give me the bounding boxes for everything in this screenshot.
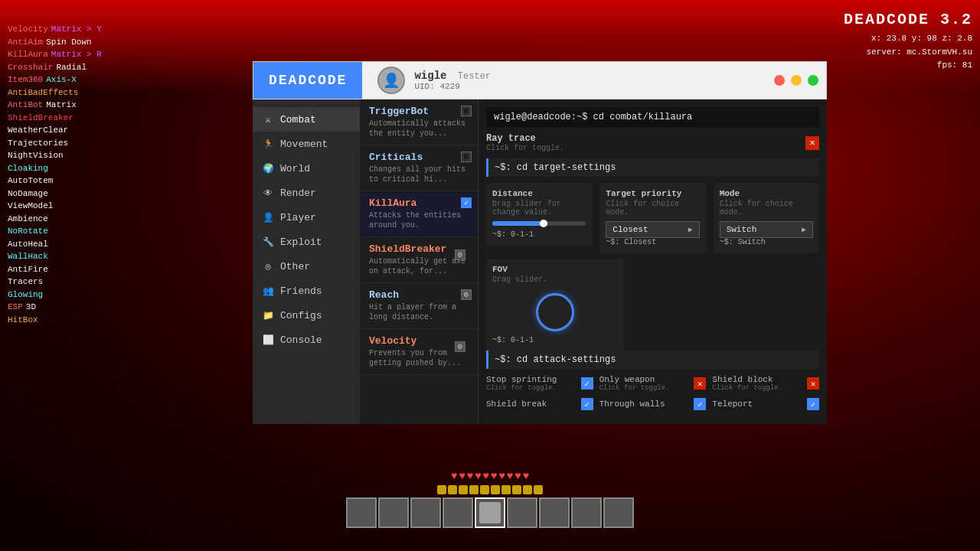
only-weapon-label: Only weapon bbox=[599, 375, 690, 384]
fov-value: ~$: 0-1-1 bbox=[492, 336, 618, 344]
target-settings-row: Distance Drag slider for change value. ~… bbox=[486, 183, 819, 253]
minimize-button[interactable] bbox=[791, 75, 802, 86]
through-walls-item: Through walls ✓ bbox=[599, 398, 707, 410]
nav-label-render: Render bbox=[280, 187, 316, 199]
nav-item-console[interactable]: ⬜ Console bbox=[253, 328, 360, 352]
shieldbreaker-gear[interactable]: ⚙ bbox=[455, 249, 466, 260]
killaura-toggle[interactable]: ✓ bbox=[461, 197, 472, 208]
world-icon: 🌍 bbox=[262, 162, 274, 174]
nav-item-other[interactable]: ◎ Other bbox=[253, 254, 360, 279]
top-right-info: DEADCODE 3.2 x: 23.8 y: 98 z: 2.8 server… bbox=[844, 8, 972, 73]
triggerbot-toggle[interactable]: ⚙ bbox=[461, 106, 472, 116]
nav-label-console: Console bbox=[280, 334, 322, 346]
left-nav: ⚔ Combat 🏃 Movement 🌍 World 👁 Render 👤 P… bbox=[253, 99, 360, 424]
mode-setting: Mode Click for choice mode. Switch ▶ ~$:… bbox=[714, 183, 819, 253]
module-reach[interactable]: Reach Hit a player from a long distance.… bbox=[360, 283, 478, 329]
window-controls bbox=[766, 75, 826, 86]
distance-setting: Distance Drag slider for change value. ~… bbox=[486, 183, 592, 245]
mode-label: Mode bbox=[720, 189, 813, 198]
coords-display: x: 23.8 y: 98 z: 2.8 bbox=[844, 32, 972, 46]
criticals-toggle[interactable]: ⚙ bbox=[461, 152, 472, 162]
movement-icon: 🏃 bbox=[262, 138, 274, 150]
module-velocity[interactable]: Velocity Prevents you from getting pushe… bbox=[360, 329, 478, 375]
hud-bottom: ♥ ♥ ♥ ♥ ♥ ♥ ♥ ♥ ♥ ♥ bbox=[346, 470, 634, 528]
shield-break-toggle[interactable]: ✓ bbox=[581, 398, 593, 410]
attack-settings-row1: Stop sprinting Click for toggle. ✓ Only … bbox=[486, 375, 819, 392]
shield-block-toggle[interactable]: ✕ bbox=[807, 377, 819, 390]
only-weapon-toggle[interactable]: ✕ bbox=[694, 377, 706, 390]
cheat-menu: DEADCODE 👤 wigle Tester UID: 4229 ⚔ Comb… bbox=[253, 61, 827, 424]
nav-label-other: Other bbox=[280, 261, 310, 272]
hotbar-slot-3[interactable] bbox=[410, 497, 441, 528]
teleport-toggle[interactable]: ✓ bbox=[807, 398, 819, 410]
fov-row: FOV Drag slider. ~$: 0-1-1 bbox=[486, 259, 819, 350]
nav-item-render[interactable]: 👁 Render bbox=[253, 181, 360, 205]
module-list: TriggerBot Automatically attacks the ent… bbox=[360, 99, 479, 424]
nav-item-world[interactable]: 🌍 World bbox=[253, 156, 360, 181]
velocity-gear[interactable]: ⚙ bbox=[455, 341, 466, 352]
distance-slider[interactable] bbox=[492, 221, 586, 226]
console-icon: ⬜ bbox=[262, 334, 274, 346]
module-criticals[interactable]: Criticals Changes all your hits to criti… bbox=[360, 145, 478, 191]
mode-select[interactable]: Switch ▶ bbox=[720, 221, 813, 238]
hotbar-slot-1[interactable] bbox=[346, 497, 377, 528]
ray-trace-toggle[interactable]: ✕ bbox=[805, 136, 819, 150]
shield-break-label: Shield break bbox=[486, 399, 577, 409]
fov-label: FOV bbox=[492, 265, 618, 274]
nav-label-world: World bbox=[280, 163, 310, 174]
nav-item-player[interactable]: 👤 Player bbox=[253, 205, 360, 230]
menu-logo: DEADCODE bbox=[253, 62, 362, 99]
through-walls-toggle[interactable]: ✓ bbox=[694, 398, 706, 410]
hotbar-slot-6[interactable] bbox=[507, 497, 537, 528]
maximize-button[interactable] bbox=[808, 75, 818, 86]
target-settings-header: ~$: cd target-settings bbox=[486, 158, 819, 177]
ray-trace-row: Ray trace Click for toggle. ✕ bbox=[486, 133, 819, 152]
hotbar-slot-2[interactable] bbox=[378, 497, 409, 528]
menu-body: ⚔ Combat 🏃 Movement 🌍 World 👁 Render 👤 P… bbox=[253, 99, 827, 424]
hotbar bbox=[346, 497, 634, 528]
nav-label-player: Player bbox=[280, 212, 316, 223]
render-icon: 👁 bbox=[262, 187, 274, 199]
app-title: DEADCODE 3.2 bbox=[844, 8, 972, 32]
nav-label-exploit: Exploit bbox=[280, 236, 322, 248]
terminal-line-1: wigle@deadcode:~$ cd combat/killaura bbox=[486, 107, 819, 127]
hotbar-slot-8[interactable] bbox=[571, 497, 602, 528]
module-triggerbot[interactable]: TriggerBot Automatically attacks the ent… bbox=[360, 99, 478, 145]
attack-settings-row2: Shield break ✓ Through walls ✓ Teleport bbox=[486, 398, 819, 410]
nav-item-exploit[interactable]: 🔧 Exploit bbox=[253, 230, 360, 254]
module-killaura[interactable]: KillAura Attacks the entities around you… bbox=[360, 191, 478, 237]
fps-display: fps: 81 bbox=[844, 59, 972, 73]
player-icon: 👤 bbox=[262, 211, 274, 223]
hotbar-slot-9[interactable] bbox=[603, 497, 634, 528]
server-display: server: mc.StormVH.su bbox=[844, 46, 972, 60]
hud-hearts: ♥ ♥ ♥ ♥ ♥ ♥ ♥ ♥ ♥ ♥ bbox=[451, 470, 529, 482]
target-priority-setting: Target priority Click for choice mode. C… bbox=[599, 183, 705, 253]
shield-break-item: Shield break ✓ bbox=[486, 398, 593, 410]
target-priority-select[interactable]: Closest ▶ bbox=[606, 221, 699, 238]
fov-visual[interactable] bbox=[492, 289, 618, 336]
hotbar-slot-4[interactable] bbox=[443, 497, 473, 528]
combat-icon: ⚔ bbox=[262, 113, 274, 126]
distance-value: ~$: 0-1-1 bbox=[492, 230, 586, 239]
hotbar-slot-5[interactable] bbox=[475, 497, 505, 528]
fov-setting: FOV Drag slider. ~$: 0-1-1 bbox=[486, 259, 624, 350]
stop-sprinting-toggle[interactable]: ✓ bbox=[581, 377, 593, 390]
settings-panel: wigle@deadcode:~$ cd combat/killaura Ray… bbox=[479, 99, 827, 424]
through-walls-label: Through walls bbox=[599, 399, 690, 409]
friends-icon: 👥 bbox=[262, 285, 274, 297]
nav-item-movement[interactable]: 🏃 Movement bbox=[253, 132, 360, 156]
stop-sprinting-label: Stop sprinting bbox=[486, 375, 577, 384]
nav-item-configs[interactable]: 📁 Configs bbox=[253, 303, 360, 328]
nav-item-combat[interactable]: ⚔ Combat bbox=[253, 107, 360, 132]
user-avatar: 👤 bbox=[377, 67, 405, 94]
hotbar-slot-7[interactable] bbox=[539, 497, 570, 528]
nav-label-configs: Configs bbox=[280, 310, 322, 321]
user-name: wigle Tester bbox=[414, 70, 751, 82]
reach-toggle[interactable]: ⚙ bbox=[461, 289, 472, 300]
module-shieldbreaker[interactable]: ShieldBreaker Automatically get axe on a… bbox=[360, 237, 478, 283]
close-button[interactable] bbox=[774, 75, 785, 86]
nav-item-friends[interactable]: 👥 Friends bbox=[253, 279, 360, 303]
distance-label: Distance bbox=[492, 189, 586, 198]
nav-label-friends: Friends bbox=[280, 285, 322, 297]
teleport-item: Teleport ✓ bbox=[712, 398, 819, 410]
